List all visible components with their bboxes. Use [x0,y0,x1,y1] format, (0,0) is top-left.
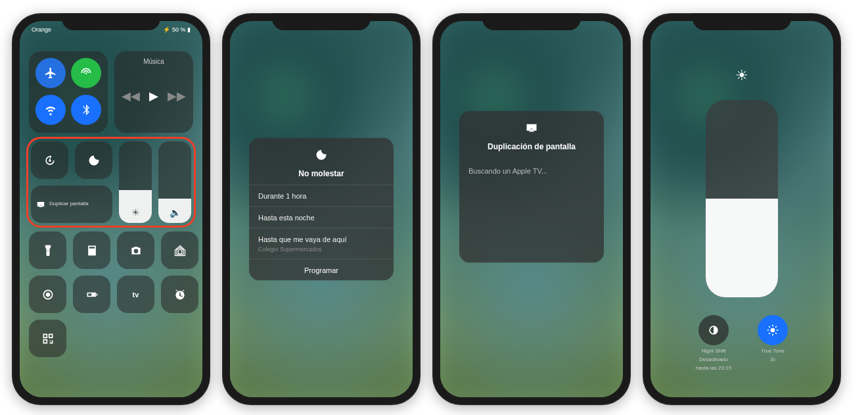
mirror-label: Duplicar pantalla [49,201,89,207]
carrier-label: Orange [32,26,51,33]
play-button[interactable]: ▶ [149,89,158,103]
screen: ☀ Night Shift Desactivado hasta las 23:1… [651,21,833,397]
battery-icon [85,288,99,301]
dnd-panel: No molestar Durante 1 hora Hasta esta no… [249,138,394,281]
camera-icon [129,244,143,257]
brightness-slider[interactable]: ☀ [119,141,152,223]
qr-scanner-button[interactable] [29,320,66,357]
apple-tv-remote-button[interactable]: tv [117,276,154,313]
night-shift-status1: Desactivado [699,356,728,362]
phone-frame: ☀ Night Shift Desactivado hasta las 23:1… [643,13,841,405]
true-tone-status: Sí [770,356,775,362]
calculator-button[interactable] [73,232,110,269]
volume-icon: 🔈 [170,207,181,218]
volume-slider[interactable]: 🔈 [158,141,191,223]
brightness-icon: ☀ [735,67,748,84]
notch [272,13,371,30]
music-label: Música [143,58,164,65]
phone-frame: No molestar Durante 1 hora Hasta esta no… [222,13,421,405]
night-shift-status2: hasta las 23:15 [696,365,731,371]
cellular-toggle[interactable] [71,58,101,88]
control-center: Música ◀◀ ▶ ▶▶ [20,21,202,397]
notch [693,13,791,30]
night-shift-icon [707,324,720,337]
night-shift-button[interactable]: Night Shift Desactivado hasta las 23:15 [696,315,731,371]
screen: No molestar Durante 1 hora Hasta esta no… [230,21,413,397]
night-shift-label: Night Shift [702,348,726,354]
home-icon [173,244,187,257]
moon-icon [256,149,387,165]
phone-frame: Orange ⚡ 50 % ▮ Música ◀◀ ▶ ▶▶ [12,13,210,405]
true-tone-icon [766,324,779,337]
flashlight-icon [41,244,55,257]
true-tone-label: True Tone [761,348,785,354]
tutorial-highlight: Duplicar pantalla ☀ 🔈 [26,137,196,228]
airplane-mode-toggle[interactable] [35,58,66,88]
notch [62,13,160,30]
wifi-toggle[interactable] [35,95,66,125]
next-track-button[interactable]: ▶▶ [168,89,186,103]
notch [482,13,581,30]
dnd-option-1hour[interactable]: Durante 1 hora [249,185,394,207]
qr-icon [41,332,55,345]
cellular-icon [80,66,93,80]
airplane-icon [44,66,57,80]
record-icon [41,288,55,301]
battery-label: ⚡ 50 % ▮ [163,26,191,33]
do-not-disturb-button[interactable] [75,141,112,179]
alarm-button[interactable] [161,276,198,313]
low-power-button[interactable] [73,276,110,313]
svg-point-2 [771,328,775,333]
home-button[interactable] [161,232,198,269]
true-tone-button[interactable]: True Tone Sí [758,315,788,371]
brightness-slider-expanded[interactable] [706,100,778,297]
dnd-title: No molestar [298,169,344,178]
flashlight-button[interactable] [29,232,66,269]
camera-button[interactable] [117,232,154,269]
shortcuts-grid: tv [29,232,193,357]
dnd-schedule-button[interactable]: Programar [249,259,394,281]
moon-icon [87,154,101,167]
dnd-location-sub: Colegio Supermercados [249,246,394,259]
bluetooth-toggle[interactable] [71,95,101,125]
orientation-lock-icon [43,154,57,167]
calculator-icon [85,244,99,257]
mirror-panel: Duplicación de pantalla Buscando un Appl… [459,110,604,262]
bluetooth-icon [80,103,93,116]
mirror-searching-label: Buscando un Apple TV... [459,157,604,183]
wifi-icon [44,103,57,116]
connectivity-module[interactable] [29,51,108,133]
mirror-icon [36,200,45,209]
dnd-option-tonight[interactable]: Hasta esta noche [249,207,394,228]
music-module[interactable]: Música ◀◀ ▶ ▶▶ [114,51,193,133]
prev-track-button[interactable]: ◀◀ [122,89,140,103]
screen-mirroring-button[interactable]: Duplicar pantalla [31,185,112,223]
orientation-lock-button[interactable] [31,141,68,179]
mirror-icon [466,121,597,137]
phone-frame: Duplicación de pantalla Buscando un Appl… [432,13,631,405]
screen: Duplicación de pantalla Buscando un Appl… [440,21,623,397]
svg-point-1 [45,292,50,297]
mirror-panel-title: Duplicación de pantalla [488,141,576,151]
screen: Orange ⚡ 50 % ▮ Música ◀◀ ▶ ▶▶ [20,21,202,397]
alarm-icon [173,288,187,301]
screen-record-button[interactable] [29,276,66,313]
brightness-icon: ☀ [131,207,140,218]
